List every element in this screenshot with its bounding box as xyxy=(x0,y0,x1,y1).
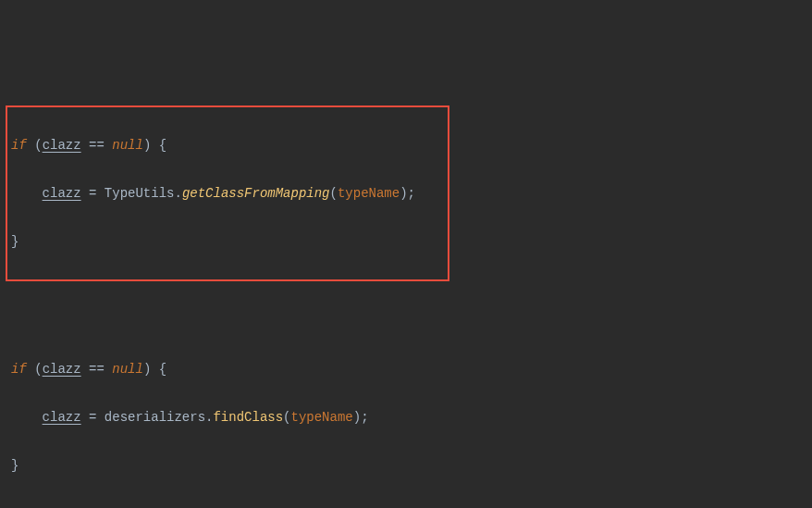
keyword-if: if xyxy=(11,362,27,377)
blank-line xyxy=(11,309,801,333)
blank-line xyxy=(11,502,801,508)
var-clazz: clazz xyxy=(43,410,81,425)
code-line: if (clazz == null) { xyxy=(11,133,444,157)
highlighted-code-block: if (clazz == null) { clazz = TypeUtils.g… xyxy=(6,105,449,281)
code-line: if (clazz == null) { xyxy=(11,357,801,381)
class-typeutils: TypeUtils xyxy=(105,186,175,201)
param-typename: typeName xyxy=(291,410,353,425)
code-line: clazz = deserializers.findClass(typeName… xyxy=(11,405,801,429)
var-clazz: clazz xyxy=(43,362,81,377)
param-typename: typeName xyxy=(338,186,400,201)
code-line: clazz = TypeUtils.getClassFromMapping(ty… xyxy=(11,181,444,205)
var-clazz: clazz xyxy=(43,138,81,153)
method-getclassfrommapping: getClassFromMapping xyxy=(182,186,330,201)
code-line: } xyxy=(11,229,444,254)
null-literal: null xyxy=(112,362,143,377)
keyword-if: if xyxy=(11,138,27,153)
var-deserializers: deserializers xyxy=(105,410,205,425)
null-literal: null xyxy=(112,138,143,153)
method-findclass: findClass xyxy=(213,410,283,425)
code-line: } xyxy=(11,453,801,477)
var-clazz: clazz xyxy=(43,186,81,201)
